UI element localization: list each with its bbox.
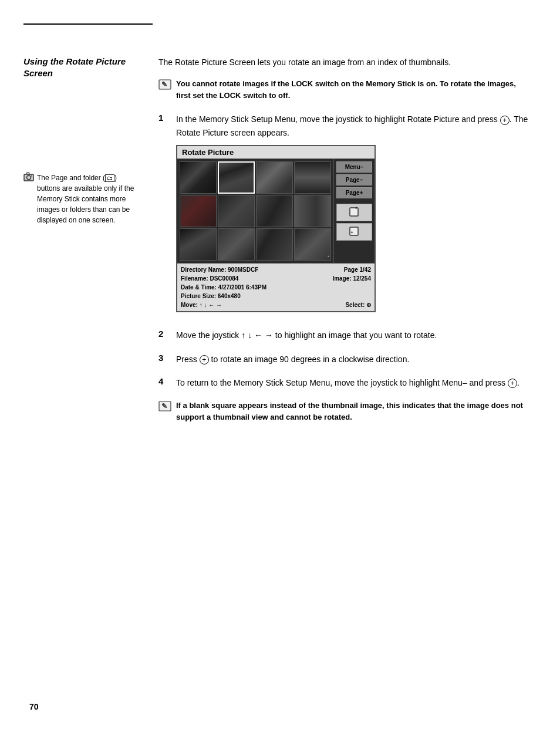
thumbnails-grid: ▪ — [177, 159, 333, 263]
step-2: 2 Move the joystick ↑ ↓ ← → to highlight… — [158, 329, 531, 342]
section-title: Using the Rotate Picture Screen — [23, 56, 141, 79]
step-1-number: 1 — [158, 113, 169, 123]
warning-pencil-icon: ✎ — [158, 79, 171, 93]
svg-text:✎: ✎ — [161, 402, 167, 410]
thumbnail-11 — [256, 228, 293, 261]
right-column: The Rotate Picture Screen lets you rotat… — [153, 56, 531, 423]
thumbnail-10 — [218, 228, 255, 261]
left-column: Using the Rotate Picture Screen The Page… — [23, 56, 153, 423]
rp-header: Rotate Picture — [177, 146, 375, 159]
step-3: 3 Press + to rotate an image 90 degrees … — [158, 353, 531, 366]
circle-plus-icon-1: + — [500, 116, 510, 125]
thumbnail-8 — [294, 195, 331, 227]
page-minus-btn[interactable]: Page– — [336, 174, 372, 185]
side-menu: Menu– Page– Page+ — [333, 159, 375, 263]
page-plus-btn[interactable]: Page+ — [336, 187, 372, 198]
step-3-number: 3 — [158, 353, 169, 363]
step-1-text: In the Memory Stick Setup Menu, move the… — [176, 113, 531, 139]
step-1: 1 In the Memory Stick Setup Menu, move t… — [158, 113, 531, 318]
rp-info: Directory Name: 900MSDCF Page 1/42 Filen… — [177, 263, 375, 311]
rp-move: Move: ↑ ↓ ← → — [181, 301, 222, 309]
svg-text:✎: ✎ — [161, 80, 167, 89]
step-4-number: 4 — [158, 376, 169, 386]
bottom-note: ✎ If a blank square appears instead of t… — [158, 400, 531, 423]
step-2-text: Move the joystick ↑ ↓ ← → to highlight a… — [176, 329, 437, 342]
rp-info-row-1: Directory Name: 900MSDCF Page 1/42 — [181, 265, 371, 274]
page-number: 70 — [29, 702, 39, 711]
rotate-cw-btn[interactable] — [336, 204, 372, 221]
bottom-note-icon: ✎ — [158, 400, 171, 414]
rp-info-row-2: Filename: DSC00084 Image: 12/254 — [181, 274, 371, 283]
content-layout: Using the Rotate Picture Screen The Page… — [23, 56, 531, 423]
circle-plus-icon-4: + — [508, 379, 517, 388]
sidebar-note-text: The Page and folder (🗂) buttons are avai… — [37, 173, 141, 225]
rp-datetime: Date & Time: 4/27/2001 6:43PM — [181, 283, 371, 292]
thumbnail-2 — [218, 161, 255, 194]
rp-filename: Filename: DSC00084 — [181, 274, 238, 283]
thumbnail-9 — [180, 228, 217, 261]
thumbnail-4 — [294, 161, 331, 194]
rotate-ccw-btn[interactable]: + — [336, 223, 372, 241]
svg-rect-3 — [31, 176, 32, 177]
thumbnail-3 — [256, 161, 293, 194]
thumbnail-1 — [180, 161, 217, 194]
steps-list: 1 In the Memory Stick Setup Menu, move t… — [158, 113, 531, 389]
rp-directory: Directory Name: 900MSDCF — [181, 265, 258, 274]
step-4-text: To return to the Memory Stick Setup Menu… — [176, 376, 519, 389]
rotate-picture-screen: Rotate Picture — [176, 145, 376, 312]
sidebar-note: The Page and folder (🗂) buttons are avai… — [23, 173, 141, 225]
menu-minus-btn[interactable]: Menu– — [336, 161, 372, 173]
bottom-note-text: If a blank square appears instead of the… — [176, 400, 531, 423]
camera-note-icon — [23, 171, 34, 185]
rp-image: Image: 12/254 — [332, 274, 371, 283]
thumbnail-5 — [180, 195, 217, 227]
rp-page: Page 1/42 — [344, 265, 371, 274]
circle-plus-icon-3: + — [200, 355, 209, 365]
svg-rect-6 — [350, 208, 358, 216]
rp-info-row-controls: Move: ↑ ↓ ← → Select: ⊕ — [181, 301, 371, 309]
rp-picture-size: Picture Size: 640x480 — [181, 292, 371, 301]
thumbnail-6 — [218, 195, 255, 227]
step-2-number: 2 — [158, 329, 169, 339]
svg-rect-2 — [26, 173, 29, 174]
warning-text: You cannot rotate images if the LOCK swi… — [176, 78, 531, 101]
page-container: Features Using the Rotate Picture Screen… — [0, 0, 560, 729]
thumbnail-7 — [256, 195, 293, 227]
rp-select: Select: ⊕ — [345, 301, 371, 309]
step-1-content: In the Memory Stick Setup Menu, move the… — [176, 113, 531, 318]
top-divider — [23, 23, 153, 25]
thumbnail-12: ▪ — [294, 228, 331, 261]
step-3-text: Press + to rotate an image 90 degrees in… — [176, 353, 409, 366]
warning-box: ✎ You cannot rotate images if the LOCK s… — [158, 78, 531, 101]
rp-body: ▪ Menu– Page– Page+ — [177, 159, 375, 263]
step-4: 4 To return to the Memory Stick Setup Me… — [158, 376, 531, 389]
intro-text: The Rotate Picture Screen lets you rotat… — [158, 56, 531, 69]
svg-text:+: + — [350, 230, 353, 235]
